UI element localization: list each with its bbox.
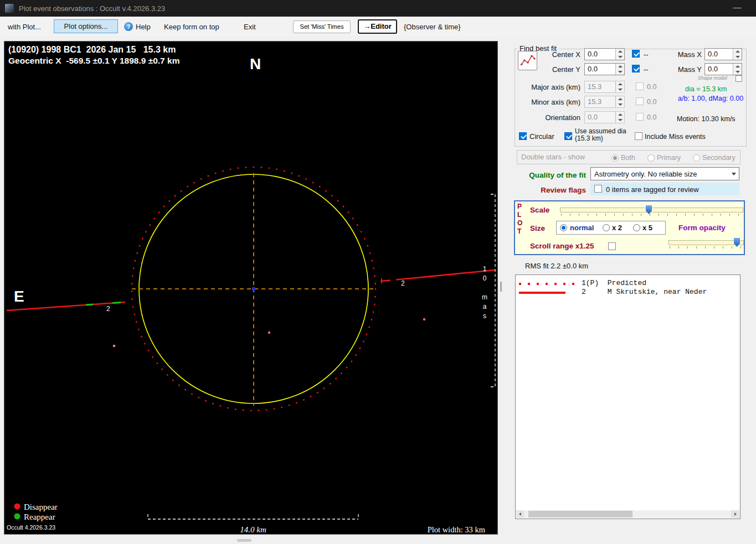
center-x-fit-checkbox[interactable] <box>632 50 640 58</box>
opacity-slider-track[interactable] <box>668 240 744 245</box>
menu-exit[interactable]: Exit <box>244 23 256 31</box>
best-fit-button[interactable] <box>518 51 537 70</box>
minor-axis-error: 0.0 <box>647 98 656 106</box>
observation-label: 1(P) Predicted <box>582 279 646 287</box>
mass-x-spinner[interactable]: 0.0 <box>704 48 742 60</box>
legend-disappear-label: Disappear <box>24 502 58 511</box>
menu-plot-options[interactable]: Plot options... <box>54 19 118 33</box>
menu-with-plot[interactable]: with Plot... <box>8 23 41 31</box>
observation-label: 2 M Skrutskie, near Neder <box>582 288 707 296</box>
size-x5-label: x 5 <box>642 224 652 232</box>
chord-right-dash <box>380 281 390 282</box>
scroll-range-label: Scroll range x1.25 <box>530 242 594 250</box>
size-normal-radio[interactable] <box>560 224 567 231</box>
orientation-spinner: 0.0 <box>584 111 625 123</box>
center-x-label: Center X <box>542 50 580 59</box>
center-y-spinner[interactable]: 0.0 <box>584 63 625 75</box>
double-stars-secondary-radio <box>693 154 700 162</box>
plot-background <box>4 42 497 534</box>
form-opacity-label[interactable]: Form opacity <box>678 224 726 232</box>
spinner-up-icon <box>616 96 624 102</box>
menu-keep-form-on-top[interactable]: Keep form on top <box>164 23 219 31</box>
spinner-arrows <box>733 49 742 60</box>
help-icon[interactable]: ? <box>124 22 133 31</box>
disappear-dot-icon <box>14 504 20 510</box>
observed-line-swatch-icon <box>519 292 565 294</box>
circular-label: Circular <box>529 132 554 141</box>
editor-button[interactable]: →Editor <box>358 19 397 34</box>
circular-checkbox[interactable] <box>519 132 527 140</box>
spinner-up-icon[interactable] <box>616 49 624 54</box>
spinner-down-icon <box>616 87 624 92</box>
spinner-down-icon[interactable] <box>733 69 742 75</box>
include-miss-events-checkbox[interactable] <box>635 132 642 140</box>
plot-hscroll-thumb[interactable] <box>237 539 251 542</box>
list-horizontal-scrollbar[interactable] <box>516 510 739 518</box>
spinner-down-icon[interactable] <box>733 54 742 60</box>
orientation-error: 0.0 <box>647 113 656 121</box>
spinner-arrows <box>733 64 742 75</box>
occultation-plot-canvas[interactable]: 2 2 (10920) 1998 BC1 2026 Jan 15 15.3 km… <box>4 42 497 534</box>
menu-observer-time[interactable]: {Observer & time} <box>404 23 461 31</box>
splitter-handle[interactable] <box>500 282 502 292</box>
double-stars-both-label: Both <box>621 154 635 162</box>
plot-letter-o: O <box>517 219 522 227</box>
orientation-fit-checkbox <box>636 113 644 121</box>
center-y-label: Center Y <box>542 65 580 74</box>
center-y-fit-checkbox[interactable] <box>632 65 640 72</box>
km-scale-label: 14.0 km <box>240 525 266 534</box>
mass-x-value: 0.0 <box>705 49 733 60</box>
spinner-up-icon[interactable] <box>616 64 624 69</box>
center-x-dash: -- <box>644 50 649 59</box>
opacity-slider-ticks <box>670 246 743 248</box>
double-stars-secondary-label: Secondary <box>702 154 736 162</box>
spinner-arrows <box>615 49 624 60</box>
set-miss-times-button[interactable]: Set 'Miss' Times <box>293 20 351 33</box>
event-dot <box>423 318 425 320</box>
mass-y-value: 0.0 <box>705 64 733 75</box>
double-stars-legend: Double stars - show <box>521 153 585 161</box>
center-x-spinner[interactable]: 0.0 <box>584 48 625 60</box>
observations-list[interactable]: 1(P) Predicted 2 M Skrutskie, near Neder <box>515 274 740 519</box>
spinner-up-icon[interactable] <box>733 49 742 54</box>
shape-model-checkbox[interactable] <box>736 75 742 82</box>
quality-fit-dropdown[interactable]: Astrometry only. No reliable size <box>590 167 739 180</box>
size-x2-radio[interactable] <box>603 224 610 231</box>
size-x5-radio[interactable] <box>633 224 640 231</box>
mass-y-label: Mass Y <box>665 65 702 74</box>
spinner-down-icon[interactable] <box>616 69 624 75</box>
diameter-text: dia = 15.3 km <box>685 85 727 93</box>
menu-help[interactable]: Help <box>136 23 151 31</box>
scroll-range-checkbox[interactable] <box>608 242 616 250</box>
spinner-up-icon <box>616 81 624 87</box>
ab-dmag-text: a/b: 1.00, dMag: 0.00 <box>678 95 743 102</box>
use-assumed-dia-checkbox[interactable] <box>564 132 572 140</box>
plot-title-line1: (10920) 1998 BC1 2026 Jan 15 15.3 km <box>8 45 176 54</box>
size-normal-label: normal <box>570 224 594 232</box>
mass-y-spinner[interactable]: 0.0 <box>704 63 742 75</box>
scroll-left-icon[interactable] <box>516 510 524 518</box>
plot-letter-t: T <box>517 227 521 235</box>
minimize-button[interactable]: — <box>725 0 749 17</box>
scrollbar-thumb[interactable] <box>528 511 632 517</box>
review-flags-checkbox[interactable] <box>594 185 602 193</box>
spinner-arrows <box>615 112 624 123</box>
scale-slider-ticks <box>561 214 742 216</box>
scroll-right-icon[interactable] <box>731 510 739 518</box>
use-assumed-dia-label: Use assumed dia (15.3 km) <box>575 128 627 142</box>
app-icon <box>5 4 14 13</box>
double-stars-primary-radio <box>647 154 655 162</box>
double-stars-both-radio <box>611 154 619 162</box>
plot-letter-l: L <box>517 211 521 219</box>
chord-left-reappear-tick-2 <box>112 303 121 303</box>
major-axis-error: 0.0 <box>647 83 656 91</box>
motion-text: Motion: 10.30 km/s <box>677 115 736 123</box>
spinner-arrows <box>615 64 624 75</box>
major-axis-spinner: 15.3 <box>584 81 625 93</box>
minor-axis-value: 15.3 <box>585 96 615 107</box>
spinner-down-icon[interactable] <box>616 54 624 60</box>
event-dot <box>268 331 270 334</box>
minor-axis-fit-checkbox <box>636 97 644 105</box>
plot-area: 2 2 (10920) 1998 BC1 2026 Jan 15 15.3 km… <box>4 42 497 534</box>
spinner-up-icon[interactable] <box>733 64 742 69</box>
